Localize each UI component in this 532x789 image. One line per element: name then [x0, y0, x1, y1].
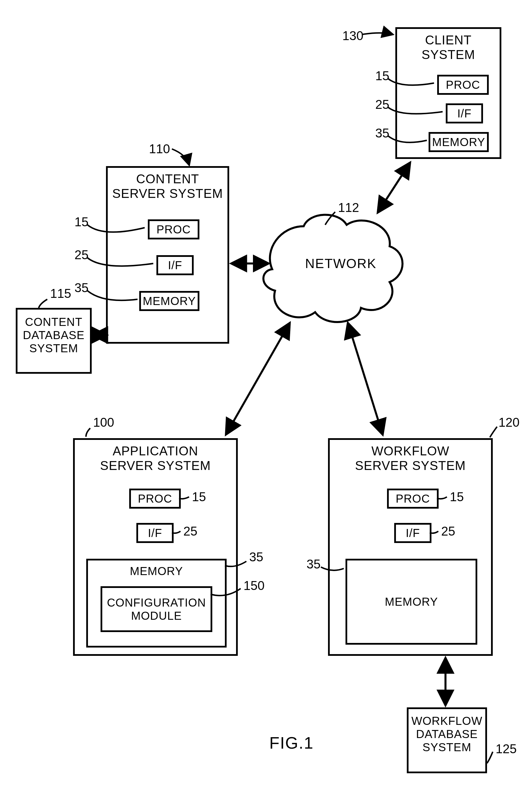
- leader-115: [39, 299, 47, 308]
- client-system-ref: 130: [342, 28, 363, 43]
- content-mem-label: MEMORY: [141, 294, 197, 308]
- arrow-client-network: [378, 163, 410, 212]
- app-proc-label: PROC: [136, 492, 174, 506]
- client-proc-ref: 15: [375, 69, 390, 83]
- diagram-canvas: CLIENT SYSTEM PROC I/F MEMORY 130 15 25 …: [0, 0, 532, 789]
- client-mem-label: MEMORY: [430, 135, 487, 149]
- workflow-proc-ref: 15: [450, 490, 464, 504]
- app-config-ref: 150: [244, 578, 264, 593]
- content-db-box: CONTENT DATABASE SYSTEM: [16, 308, 92, 374]
- content-mem-box: MEMORY: [139, 291, 200, 311]
- workflow-proc-box: PROC: [387, 488, 439, 508]
- client-proc-box: PROC: [437, 75, 489, 95]
- app-config-box: CONFIGURATION MODULE: [100, 586, 212, 632]
- workflow-db-box: WORKFLOW DATABASE SYSTEM: [407, 707, 487, 773]
- client-mem-ref: 35: [375, 126, 390, 140]
- leader-110: [172, 149, 189, 165]
- workflow-db-title: WORKFLOW DATABASE SYSTEM: [408, 709, 485, 754]
- content-db-ref: 115: [50, 286, 71, 301]
- workflow-server-ref: 120: [498, 415, 519, 429]
- content-if-label: I/F: [166, 258, 184, 272]
- content-mem-ref: 35: [75, 281, 89, 295]
- workflow-mem-box: MEMORY: [345, 559, 477, 644]
- arrow-workflow-network: [348, 324, 382, 434]
- network-label: NETWORK: [305, 256, 377, 271]
- client-mem-box: MEMORY: [429, 132, 489, 152]
- content-proc-box: PROC: [148, 219, 200, 239]
- workflow-db-ref: 125: [496, 742, 516, 756]
- leader-100: [86, 428, 90, 437]
- leader-120: [490, 427, 497, 437]
- app-server-box: APPLICATION SERVER SYSTEM PROC I/F MEMOR…: [73, 438, 238, 656]
- content-server-ref: 110: [149, 142, 170, 156]
- leader-112: [325, 212, 335, 225]
- app-if-ref: 25: [183, 524, 197, 538]
- app-mem-ref: 35: [249, 550, 263, 564]
- network-ref: 112: [338, 200, 359, 215]
- content-if-ref: 25: [75, 248, 89, 262]
- content-proc-label: PROC: [155, 223, 192, 236]
- client-if-ref: 25: [375, 97, 390, 112]
- workflow-if-label: I/F: [404, 526, 422, 540]
- app-if-label: I/F: [146, 526, 164, 540]
- client-proc-label: PROC: [444, 78, 482, 92]
- content-proc-ref: 15: [75, 215, 89, 229]
- content-server-box: CONTENT SERVER SYSTEM PROC I/F MEMORY: [106, 166, 229, 344]
- app-mem-box: MEMORY CONFIGURATION MODULE: [86, 559, 227, 648]
- client-system-box: CLIENT SYSTEM PROC I/F MEMORY: [395, 27, 501, 159]
- client-system-title: CLIENT SYSTEM: [397, 29, 500, 62]
- workflow-mem-label: MEMORY: [385, 595, 438, 608]
- app-server-title: APPLICATION SERVER SYSTEM: [75, 440, 236, 473]
- workflow-if-box: I/F: [394, 523, 432, 543]
- app-server-ref: 100: [93, 415, 114, 429]
- content-db-title: CONTENT DATABASE SYSTEM: [18, 310, 90, 355]
- workflow-server-box: WORKFLOW SERVER SYSTEM PROC I/F MEMORY: [328, 438, 493, 656]
- content-server-title: CONTENT SERVER SYSTEM: [108, 168, 227, 201]
- workflow-if-ref: 25: [441, 524, 455, 538]
- arrow-app-network: [226, 324, 289, 434]
- workflow-server-title: WORKFLOW SERVER SYSTEM: [330, 440, 491, 473]
- app-proc-ref: 15: [192, 490, 206, 504]
- content-if-box: I/F: [156, 255, 194, 275]
- figure-label: FIG.1: [269, 733, 314, 752]
- app-config-label: CONFIGURATION MODULE: [107, 596, 206, 622]
- app-if-box: I/F: [136, 523, 174, 543]
- workflow-mem-ref: 35: [306, 557, 321, 571]
- client-if-label: I/F: [456, 107, 473, 120]
- leader-125: [487, 752, 493, 763]
- app-proc-box: PROC: [129, 488, 181, 508]
- workflow-proc-label: PROC: [394, 492, 432, 506]
- app-mem-label: MEMORY: [130, 565, 183, 578]
- client-if-box: I/F: [446, 103, 483, 123]
- leader-130: [362, 33, 393, 34]
